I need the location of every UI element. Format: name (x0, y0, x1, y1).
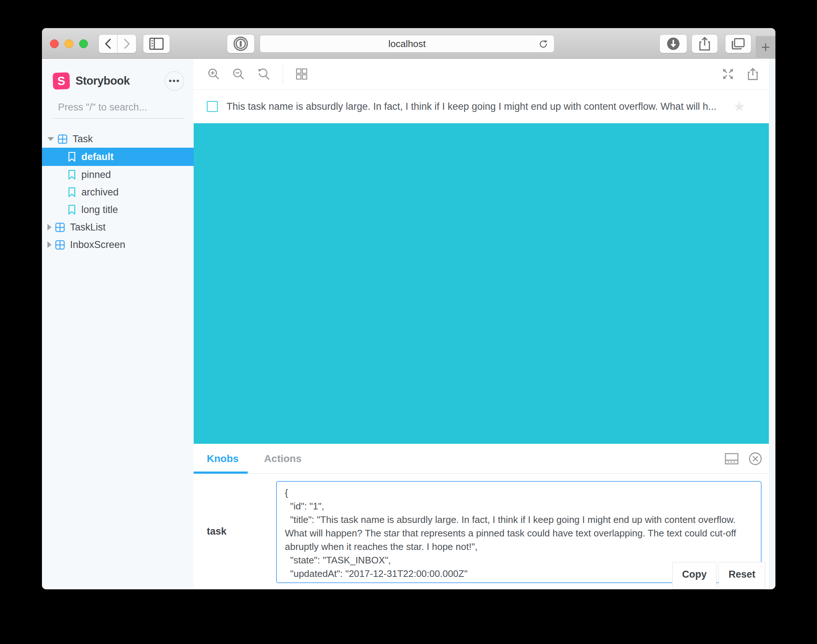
component-grid-icon (55, 222, 65, 232)
preview-inner: This task name is absurdly large. In fac… (194, 59, 769, 589)
tree-component-task[interactable]: Task (42, 130, 194, 148)
zoom-in-button[interactable] (207, 68, 220, 80)
story-canvas (194, 123, 769, 444)
component-label: TaskList (70, 222, 106, 233)
knob-actions: Copy Reset (672, 562, 765, 589)
chevron-left-icon (103, 38, 113, 49)
knobs-panel-body: task { "id": "1", "title": "This task na… (194, 474, 769, 589)
reload-icon (538, 39, 549, 50)
bookmark-icon (67, 170, 76, 180)
zoom-reset-icon (257, 68, 270, 80)
url-text: localhost (388, 38, 426, 50)
logo-letter: S (57, 74, 66, 88)
reload-button[interactable] (538, 39, 549, 51)
plus-icon: + (761, 39, 770, 56)
story-label: archived (81, 187, 118, 198)
zoom-out-button[interactable] (232, 68, 245, 80)
panel-position-button[interactable] (724, 452, 739, 465)
address-bar[interactable]: localhost (260, 35, 554, 52)
password-extension-button[interactable] (227, 34, 254, 53)
zoom-reset-button[interactable] (257, 68, 270, 80)
download-icon (666, 37, 680, 51)
show-tabs-button[interactable] (725, 34, 751, 53)
search-input[interactable] (58, 102, 187, 113)
preview-toolbar (194, 59, 769, 90)
toggle-sidebar-button[interactable] (143, 34, 170, 53)
chevron-right-icon (122, 38, 132, 49)
tree-story-pinned[interactable]: pinned (42, 166, 194, 183)
zoom-window-button[interactable] (79, 39, 88, 48)
traffic-lights (50, 39, 88, 48)
story-tree: Task default pinned (42, 130, 194, 253)
grid-toggle-button[interactable] (296, 68, 308, 80)
fullscreen-button[interactable] (722, 67, 734, 81)
pin-star-icon[interactable]: ★ (733, 100, 745, 113)
tree-story-default[interactable]: default (42, 148, 194, 166)
tab-actions[interactable]: Actions (264, 453, 302, 465)
task-checkbox[interactable] (207, 101, 218, 112)
component-grid-icon (55, 240, 65, 250)
onepassword-icon (233, 36, 248, 51)
addon-panel: Knobs Actions (194, 444, 769, 589)
downloads-button[interactable] (659, 34, 687, 53)
minimize-window-button[interactable] (64, 39, 73, 48)
bookmark-icon (67, 152, 76, 162)
tree-story-archived[interactable]: archived (42, 183, 194, 201)
fullscreen-icon (722, 67, 734, 81)
preview-pane: This task name is absurdly large. In fac… (194, 59, 776, 589)
story-label: pinned (81, 169, 111, 181)
app-content: S Storybook ••• (42, 59, 776, 589)
component-grid-icon (58, 134, 67, 144)
sidebar-header: S Storybook ••• (53, 71, 184, 91)
zoom-in-icon (207, 68, 220, 80)
tabs-icon (731, 37, 745, 50)
search-box[interactable] (53, 102, 184, 118)
tree-component-inboxscreen[interactable]: InboxScreen (42, 236, 194, 253)
sidebar-icon (149, 38, 164, 50)
share-icon (699, 37, 711, 51)
titlebar: localhost (42, 28, 776, 59)
new-tab-button[interactable]: + (756, 36, 776, 59)
knob-field: { "id": "1", "title": "This task name is… (276, 481, 762, 583)
close-panel-button[interactable] (748, 452, 762, 466)
browser-window: localhost (42, 28, 776, 589)
toolbar-divider (283, 64, 283, 84)
caret-right-icon (48, 241, 51, 248)
tree-story-long-title[interactable]: long title (42, 201, 194, 218)
storybook-sidebar: S Storybook ••• (42, 59, 194, 589)
grid-icon (296, 68, 308, 80)
forward-button[interactable] (118, 34, 136, 53)
close-circle-icon (748, 452, 762, 466)
copy-button[interactable]: Copy (672, 562, 717, 589)
export-icon (747, 67, 759, 81)
knob-name: task (194, 474, 276, 589)
caret-down-icon (48, 137, 54, 141)
zoom-out-icon (232, 68, 245, 80)
panel-controls (724, 444, 762, 473)
task-list-item[interactable]: This task name is absurdly large. In fac… (194, 90, 769, 123)
component-label: InboxScreen (70, 239, 126, 250)
brand-title: Storybook (75, 74, 130, 87)
tree-component-tasklist[interactable]: TaskList (42, 218, 194, 236)
sidebar-menu-button[interactable]: ••• (164, 71, 184, 91)
close-window-button[interactable] (50, 39, 59, 48)
task-title: This task name is absurdly large. In fac… (227, 101, 724, 112)
open-canvas-button[interactable] (747, 67, 759, 81)
bookmark-icon (67, 205, 76, 215)
caret-right-icon (48, 224, 51, 230)
component-label: Task (73, 133, 93, 145)
story-label: default (81, 151, 114, 163)
storybook-logo: S (52, 72, 70, 90)
bookmark-icon (67, 187, 76, 197)
share-button[interactable] (691, 34, 718, 53)
panel-bottom-icon (724, 452, 739, 465)
tab-knobs[interactable]: Knobs (207, 453, 239, 465)
ellipsis-icon: ••• (169, 76, 180, 86)
reset-button[interactable]: Reset (719, 562, 765, 589)
back-button[interactable] (98, 34, 118, 53)
active-tab-underline (194, 472, 248, 474)
story-label: long title (81, 204, 118, 216)
addon-panel-tabs: Knobs Actions (194, 444, 769, 474)
